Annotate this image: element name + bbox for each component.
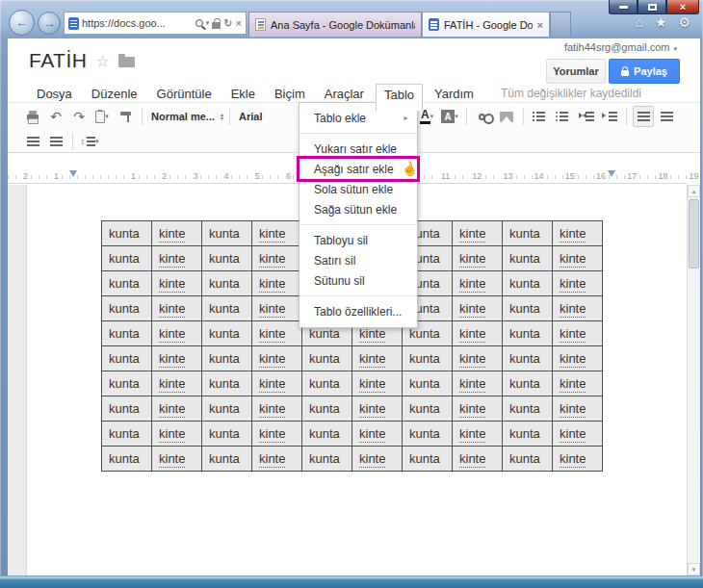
table-cell[interactable]: kinte: [352, 346, 403, 371]
table-cell[interactable]: kinte: [352, 447, 403, 472]
menu-item-yukarı-satır-ekle[interactable]: Yukarı satır ekle: [299, 139, 417, 159]
table-cell[interactable]: kunta: [102, 321, 152, 346]
vertical-scrollbar[interactable]: ▲ ▼: [687, 185, 700, 575]
table-cell[interactable]: kinte: [252, 447, 302, 472]
forward-button[interactable]: →: [38, 12, 61, 35]
table-cell[interactable]: kunta: [202, 221, 252, 246]
table-cell[interactable]: kinte: [152, 296, 202, 321]
table-cell[interactable]: kinte: [352, 371, 403, 396]
table-cell[interactable]: kunta: [202, 396, 252, 422]
insert-image-button[interactable]: [496, 106, 517, 127]
table-cell[interactable]: kinte: [252, 346, 302, 371]
table-cell[interactable]: kinte: [252, 321, 302, 346]
table-cell[interactable]: kunta: [102, 346, 152, 371]
table-cell[interactable]: kunta: [202, 321, 252, 346]
account-menu[interactable]: fatih44srg@gmail.com▾: [564, 41, 677, 53]
table-cell[interactable]: kunta: [102, 271, 152, 296]
menu-item-satırı-sil[interactable]: Satırı sil: [299, 250, 417, 270]
bullet-list-button[interactable]: [553, 106, 574, 127]
stop-icon[interactable]: ×: [236, 18, 242, 29]
menu-yardım[interactable]: Yardım: [427, 84, 482, 104]
table-cell[interactable]: kunta: [302, 346, 352, 371]
settings-gear-icon[interactable]: ⚙: [678, 15, 690, 29]
menu-item-sağa-sütun-ekle[interactable]: Sağa sütun ekle: [299, 199, 417, 219]
table-cell[interactable]: kinte: [453, 246, 503, 271]
menu-düzenle[interactable]: Düzenle: [84, 84, 145, 104]
table-cell[interactable]: kinte: [252, 221, 302, 246]
table-cell[interactable]: kinte: [453, 296, 503, 321]
table-cell[interactable]: kunta: [202, 246, 252, 271]
table-cell[interactable]: kunta: [202, 422, 252, 447]
table-cell[interactable]: kinte: [453, 371, 503, 396]
table-cell[interactable]: kinte: [453, 271, 503, 296]
table-cell[interactable]: kinte: [152, 321, 202, 346]
paint-format-button[interactable]: ▾: [91, 106, 113, 127]
table-cell[interactable]: kinte: [453, 396, 503, 422]
table-cell[interactable]: kinte: [453, 422, 503, 447]
scroll-down-button[interactable]: ▼: [688, 563, 700, 575]
numbered-list-button[interactable]: [530, 106, 551, 127]
menu-item-sola-sütun-ekle[interactable]: Sola sütun ekle: [299, 179, 417, 199]
table-cell[interactable]: kinte: [553, 422, 603, 447]
table-cell[interactable]: kinte: [252, 371, 302, 396]
table-cell[interactable]: kinte: [152, 221, 202, 246]
table-cell[interactable]: kinte: [553, 346, 603, 371]
justify-full-button[interactable]: [45, 131, 66, 152]
menu-item-aşağı-satır-ekle[interactable]: Aşağı satır ekle☝: [299, 159, 417, 179]
insert-link-button[interactable]: [473, 106, 494, 127]
table-cell[interactable]: kunta: [202, 296, 252, 321]
table-cell[interactable]: kunta: [102, 371, 152, 396]
line-spacing-button[interactable]: ↕ ▾: [79, 131, 100, 152]
table-cell[interactable]: kunta: [302, 422, 352, 447]
table-cell[interactable]: kinte: [553, 221, 603, 246]
table-cell[interactable]: kunta: [202, 346, 252, 371]
table-cell[interactable]: kinte: [453, 321, 503, 346]
print-button[interactable]: [22, 106, 43, 127]
table-cell[interactable]: kinte: [453, 346, 503, 371]
address-bar[interactable]: https://docs.goo... ▾ ↻ ×: [64, 12, 247, 35]
decrease-indent-button[interactable]: [576, 106, 597, 127]
menu-görüntüle[interactable]: Görüntüle: [149, 84, 220, 104]
table-cell[interactable]: kinte: [553, 246, 603, 271]
table-cell[interactable]: kinte: [252, 271, 302, 296]
right-margin-marker[interactable]: [608, 170, 615, 177]
table-cell[interactable]: kunta: [503, 321, 553, 346]
table-cell[interactable]: kunta: [503, 221, 553, 246]
table-cell[interactable]: kunta: [102, 246, 152, 271]
undo-button[interactable]: ↶: [45, 106, 66, 127]
table-cell[interactable]: kunta: [503, 296, 553, 321]
menu-tablo[interactable]: Tablo: [376, 84, 423, 111]
menu-item-sütunu-sil[interactable]: Sütunu sil: [299, 270, 417, 291]
table-cell[interactable]: kunta: [503, 396, 553, 422]
search-dropdown-icon[interactable]: ▾: [206, 19, 210, 27]
highlight-color-button[interactable]: A▾: [439, 106, 460, 127]
table-cell[interactable]: kunta: [503, 371, 553, 396]
table-cell[interactable]: kunta: [102, 396, 152, 422]
scrollbar-thumb[interactable]: [689, 199, 699, 268]
menu-ekle[interactable]: Ekle: [223, 84, 263, 104]
share-button[interactable]: Paylaş: [609, 59, 680, 84]
table-cell[interactable]: kinte: [252, 246, 302, 271]
paint-roller-button[interactable]: [115, 106, 136, 127]
table-cell[interactable]: kinte: [152, 396, 202, 422]
table-cell[interactable]: kunta: [102, 296, 152, 321]
table-cell[interactable]: kunta: [403, 371, 453, 396]
table-cell[interactable]: kunta: [403, 447, 453, 472]
new-tab-button[interactable]: [550, 12, 571, 37]
minimize-button[interactable]: [609, 0, 638, 14]
table-cell[interactable]: kinte: [352, 396, 403, 422]
tab-close-icon[interactable]: ×: [537, 19, 543, 31]
table-cell[interactable]: kinte: [252, 396, 302, 422]
document-title[interactable]: FATİH: [29, 49, 87, 72]
table-cell[interactable]: kinte: [152, 346, 202, 371]
star-document-icon[interactable]: ☆: [95, 52, 109, 70]
home-icon[interactable]: ⌂: [635, 15, 642, 29]
justify-button[interactable]: [656, 106, 677, 127]
scroll-up-button[interactable]: ▲: [688, 185, 700, 197]
table-cell[interactable]: kunta: [503, 271, 553, 296]
table-cell[interactable]: kunta: [302, 371, 352, 396]
favorites-star-icon[interactable]: ★: [655, 15, 667, 29]
left-margin-marker[interactable]: [69, 170, 77, 177]
table-cell[interactable]: kinte: [453, 221, 503, 246]
table-cell[interactable]: kinte: [152, 422, 202, 447]
